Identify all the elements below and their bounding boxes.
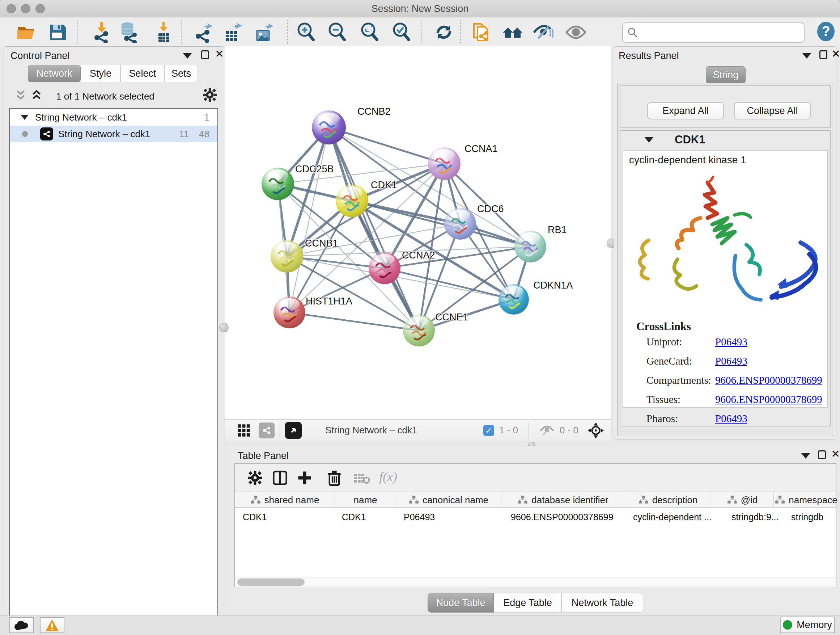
import-table-file-icon[interactable] [153,22,174,43]
tab-string[interactable]: String [706,66,745,84]
delete-column-icon[interactable] [326,470,342,486]
cell-value[interactable]: stringdb [791,512,823,523]
node-CDKN1A[interactable] [499,284,529,315]
hide-selected-icon[interactable] [532,22,554,43]
gene-description: cyclin-dependent kinase 1 [629,154,746,166]
crosslink-link[interactable]: P06493 [715,413,747,424]
maximize-panel-icon[interactable] [201,50,209,59]
float-panel-icon[interactable] [802,53,811,59]
tab-sets[interactable]: Sets [164,65,198,82]
show-all-icon[interactable] [565,22,586,43]
edge-CCNB2-CCNA1[interactable] [329,127,444,164]
zoom-in-icon[interactable] [295,22,316,43]
cell-value[interactable]: CDK1 [243,512,267,523]
help-icon[interactable]: ? [815,21,836,42]
cell-value[interactable]: P06493 [404,512,435,523]
selected-checkbox-icon[interactable]: ✓ [483,425,494,436]
network-type-icon [40,127,53,141]
network-options-gear-icon[interactable] [202,87,218,103]
import-network-database-icon[interactable] [118,22,140,43]
maximize-panel-icon[interactable] [819,50,827,59]
close-panel-icon[interactable]: ✕ [831,450,840,458]
expand-all-button[interactable]: Expand All [647,102,724,119]
cell-value[interactable]: 9606.ENSP00000378699 [511,512,614,523]
close-panel-icon[interactable]: ✕ [215,50,224,58]
export-network-icon[interactable] [193,22,214,43]
zoom-fit-icon[interactable] [359,22,380,43]
column-header-database-identifier[interactable]: database identifier [501,492,625,508]
edge-HIST1H1A-CCNE1[interactable] [289,312,419,331]
tab-node-table[interactable]: Node Table [428,593,494,613]
tab-select[interactable]: Select [120,65,164,82]
float-panel-icon[interactable] [183,53,192,59]
column-header-namespace[interactable]: namespace [774,492,839,508]
section-collapse-icon[interactable] [644,137,654,143]
left-splitter-handle[interactable] [219,323,229,333]
column-label: namespace [789,494,837,506]
column-header-description[interactable]: description [625,492,711,508]
table-options-gear-icon[interactable] [247,470,263,486]
tab-network-table[interactable]: Network Table [561,593,643,613]
clone-network-icon[interactable] [470,22,491,43]
zoom-out-icon[interactable] [326,22,347,43]
home-neighbors-icon[interactable] [502,22,523,43]
show-grid-icon[interactable] [237,424,251,437]
export-image-icon[interactable] [254,22,275,43]
crosslink-link[interactable]: 9606.ENSP00000378699 [715,394,822,405]
tab-network[interactable]: Network [28,65,81,82]
network-row[interactable]: String Network – cdk1 11 48 [10,126,218,142]
node-CCNB2[interactable] [312,111,346,144]
cloud-status-button[interactable] [9,617,34,633]
node-RB1[interactable] [515,231,546,263]
memory-button[interactable]: Memory [780,616,835,633]
column-header-shared-name[interactable]: shared name [235,492,335,508]
node-CCNE1[interactable] [403,315,435,347]
node-CDC25B[interactable] [262,168,294,200]
tab-edge-table[interactable]: Edge Table [494,593,561,613]
cell-value[interactable]: stringdb:9... [731,512,779,523]
warnings-button[interactable] [40,617,65,633]
crosslink-link[interactable]: P06493 [715,336,747,348]
node-HIST1H1A[interactable] [273,296,305,328]
collapse-all-button[interactable]: Collapse All [734,102,811,119]
node-label-RB1: RB1 [548,225,567,236]
node-CCNA2[interactable] [369,252,401,284]
save-session-icon[interactable] [47,22,68,43]
tab-style[interactable]: Style [81,65,120,82]
clear-table-icon [353,472,370,485]
fit-content-crosshair-icon[interactable] [587,422,605,439]
cell-value[interactable]: CDK1 [342,512,366,523]
close-panel-icon[interactable]: ✕ [831,50,840,58]
network-collection-row[interactable]: String Network – cdk1 1 [10,109,218,126]
cell-value[interactable]: cyclin-dependent ... [633,512,712,523]
warning-icon [45,619,59,632]
column-header-name[interactable]: name [335,492,396,508]
crosslink-link[interactable]: P06493 [715,355,747,367]
float-panel-icon[interactable] [801,453,810,459]
open-session-icon[interactable] [16,22,37,43]
search-field [622,22,805,43]
network-view-toolbar: String Network – cdk1 ✓ 1 - 0 0 - 0 [225,419,611,441]
column-header--id[interactable]: @id [711,492,774,508]
node-CDK1[interactable] [336,185,368,217]
tree-expand-icon[interactable] [21,115,28,120]
import-network-file-icon[interactable] [91,22,112,43]
network-view-canvas[interactable]: CCNB2CCNA1CDC25BCDK1CDC6RB1CCNB1CCNA2CDK… [225,46,611,419]
search-input[interactable] [642,27,804,39]
zoom-selected-icon[interactable] [391,22,412,43]
create-column-icon[interactable] [297,470,313,486]
table-row[interactable]: CDK1CDK1P064939606.ENSP00000378699cyclin… [235,508,836,524]
node-CCNB1[interactable] [271,240,303,272]
column-type-icon [638,495,649,505]
scrollbar-thumb[interactable] [237,578,305,586]
show-columns-icon[interactable] [272,470,288,486]
node-CCNA1[interactable] [428,147,461,180]
export-table-icon[interactable] [222,22,243,43]
node-CDC6[interactable] [444,208,476,240]
column-header-canonical-name[interactable]: canonical name [396,492,501,508]
birdseye-view-icon[interactable] [285,422,302,439]
maximize-panel-icon[interactable] [818,450,826,459]
apply-layout-icon[interactable] [433,22,454,43]
crosslink-link[interactable]: 9606.ENSP00000378699 [715,374,822,386]
network-view-mode-icon[interactable] [259,423,275,439]
